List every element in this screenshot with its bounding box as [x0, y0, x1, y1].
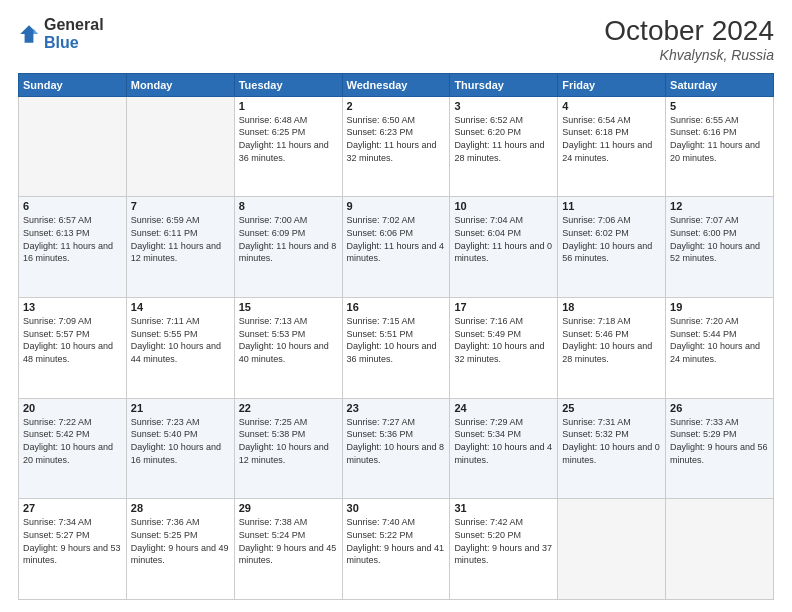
calendar-week-4: 20Sunrise: 7:22 AM Sunset: 5:42 PM Dayli…: [19, 398, 774, 499]
calendar-week-3: 13Sunrise: 7:09 AM Sunset: 5:57 PM Dayli…: [19, 298, 774, 399]
day-number: 13: [23, 301, 122, 313]
day-number: 28: [131, 502, 230, 514]
svg-marker-1: [33, 28, 37, 34]
table-row: 5Sunrise: 6:55 AM Sunset: 6:16 PM Daylig…: [666, 96, 774, 197]
day-number: 27: [23, 502, 122, 514]
table-row: 9Sunrise: 7:02 AM Sunset: 6:06 PM Daylig…: [342, 197, 450, 298]
day-info: Sunrise: 7:34 AM Sunset: 5:27 PM Dayligh…: [23, 516, 122, 566]
day-info: Sunrise: 7:13 AM Sunset: 5:53 PM Dayligh…: [239, 315, 338, 365]
table-row: [19, 96, 127, 197]
calendar-header-row: Sunday Monday Tuesday Wednesday Thursday…: [19, 73, 774, 96]
day-info: Sunrise: 6:50 AM Sunset: 6:23 PM Dayligh…: [347, 114, 446, 164]
calendar-week-1: 1Sunrise: 6:48 AM Sunset: 6:25 PM Daylig…: [19, 96, 774, 197]
day-info: Sunrise: 6:55 AM Sunset: 6:16 PM Dayligh…: [670, 114, 769, 164]
day-number: 15: [239, 301, 338, 313]
day-number: 25: [562, 402, 661, 414]
day-number: 11: [562, 200, 661, 212]
table-row: 23Sunrise: 7:27 AM Sunset: 5:36 PM Dayli…: [342, 398, 450, 499]
table-row: 30Sunrise: 7:40 AM Sunset: 5:22 PM Dayli…: [342, 499, 450, 600]
day-info: Sunrise: 7:06 AM Sunset: 6:02 PM Dayligh…: [562, 214, 661, 264]
table-row: 11Sunrise: 7:06 AM Sunset: 6:02 PM Dayli…: [558, 197, 666, 298]
day-number: 24: [454, 402, 553, 414]
col-tuesday: Tuesday: [234, 73, 342, 96]
title-block: October 2024 Khvalynsk, Russia: [604, 16, 774, 63]
day-number: 14: [131, 301, 230, 313]
day-info: Sunrise: 7:02 AM Sunset: 6:06 PM Dayligh…: [347, 214, 446, 264]
day-info: Sunrise: 7:22 AM Sunset: 5:42 PM Dayligh…: [23, 416, 122, 466]
day-number: 26: [670, 402, 769, 414]
day-info: Sunrise: 7:23 AM Sunset: 5:40 PM Dayligh…: [131, 416, 230, 466]
table-row: 31Sunrise: 7:42 AM Sunset: 5:20 PM Dayli…: [450, 499, 558, 600]
calendar-table: Sunday Monday Tuesday Wednesday Thursday…: [18, 73, 774, 600]
day-info: Sunrise: 7:20 AM Sunset: 5:44 PM Dayligh…: [670, 315, 769, 365]
day-number: 21: [131, 402, 230, 414]
day-number: 5: [670, 100, 769, 112]
table-row: 22Sunrise: 7:25 AM Sunset: 5:38 PM Dayli…: [234, 398, 342, 499]
day-number: 3: [454, 100, 553, 112]
day-number: 30: [347, 502, 446, 514]
table-row: 6Sunrise: 6:57 AM Sunset: 6:13 PM Daylig…: [19, 197, 127, 298]
table-row: [558, 499, 666, 600]
day-number: 18: [562, 301, 661, 313]
day-info: Sunrise: 7:04 AM Sunset: 6:04 PM Dayligh…: [454, 214, 553, 264]
logo-blue: Blue: [44, 34, 104, 52]
day-number: 2: [347, 100, 446, 112]
table-row: 28Sunrise: 7:36 AM Sunset: 5:25 PM Dayli…: [126, 499, 234, 600]
col-wednesday: Wednesday: [342, 73, 450, 96]
table-row: 1Sunrise: 6:48 AM Sunset: 6:25 PM Daylig…: [234, 96, 342, 197]
day-number: 31: [454, 502, 553, 514]
day-info: Sunrise: 7:31 AM Sunset: 5:32 PM Dayligh…: [562, 416, 661, 466]
table-row: 24Sunrise: 7:29 AM Sunset: 5:34 PM Dayli…: [450, 398, 558, 499]
table-row: 10Sunrise: 7:04 AM Sunset: 6:04 PM Dayli…: [450, 197, 558, 298]
day-number: 17: [454, 301, 553, 313]
header: General Blue October 2024 Khvalynsk, Rus…: [18, 16, 774, 63]
day-info: Sunrise: 7:40 AM Sunset: 5:22 PM Dayligh…: [347, 516, 446, 566]
day-number: 16: [347, 301, 446, 313]
table-row: 19Sunrise: 7:20 AM Sunset: 5:44 PM Dayli…: [666, 298, 774, 399]
day-number: 29: [239, 502, 338, 514]
day-number: 23: [347, 402, 446, 414]
day-info: Sunrise: 7:25 AM Sunset: 5:38 PM Dayligh…: [239, 416, 338, 466]
page: General Blue October 2024 Khvalynsk, Rus…: [0, 0, 792, 612]
day-info: Sunrise: 6:48 AM Sunset: 6:25 PM Dayligh…: [239, 114, 338, 164]
day-info: Sunrise: 7:11 AM Sunset: 5:55 PM Dayligh…: [131, 315, 230, 365]
col-sunday: Sunday: [19, 73, 127, 96]
day-number: 12: [670, 200, 769, 212]
day-info: Sunrise: 7:16 AM Sunset: 5:49 PM Dayligh…: [454, 315, 553, 365]
table-row: 4Sunrise: 6:54 AM Sunset: 6:18 PM Daylig…: [558, 96, 666, 197]
day-info: Sunrise: 7:29 AM Sunset: 5:34 PM Dayligh…: [454, 416, 553, 466]
table-row: 2Sunrise: 6:50 AM Sunset: 6:23 PM Daylig…: [342, 96, 450, 197]
calendar-week-2: 6Sunrise: 6:57 AM Sunset: 6:13 PM Daylig…: [19, 197, 774, 298]
day-number: 4: [562, 100, 661, 112]
day-number: 22: [239, 402, 338, 414]
table-row: 12Sunrise: 7:07 AM Sunset: 6:00 PM Dayli…: [666, 197, 774, 298]
day-info: Sunrise: 7:38 AM Sunset: 5:24 PM Dayligh…: [239, 516, 338, 566]
day-info: Sunrise: 7:09 AM Sunset: 5:57 PM Dayligh…: [23, 315, 122, 365]
table-row: 18Sunrise: 7:18 AM Sunset: 5:46 PM Dayli…: [558, 298, 666, 399]
day-info: Sunrise: 7:27 AM Sunset: 5:36 PM Dayligh…: [347, 416, 446, 466]
day-info: Sunrise: 6:59 AM Sunset: 6:11 PM Dayligh…: [131, 214, 230, 264]
day-number: 20: [23, 402, 122, 414]
day-info: Sunrise: 7:36 AM Sunset: 5:25 PM Dayligh…: [131, 516, 230, 566]
day-info: Sunrise: 7:33 AM Sunset: 5:29 PM Dayligh…: [670, 416, 769, 466]
day-number: 7: [131, 200, 230, 212]
day-info: Sunrise: 7:07 AM Sunset: 6:00 PM Dayligh…: [670, 214, 769, 264]
table-row: 15Sunrise: 7:13 AM Sunset: 5:53 PM Dayli…: [234, 298, 342, 399]
table-row: 13Sunrise: 7:09 AM Sunset: 5:57 PM Dayli…: [19, 298, 127, 399]
table-row: 7Sunrise: 6:59 AM Sunset: 6:11 PM Daylig…: [126, 197, 234, 298]
month-year: October 2024: [604, 16, 774, 47]
table-row: 3Sunrise: 6:52 AM Sunset: 6:20 PM Daylig…: [450, 96, 558, 197]
day-info: Sunrise: 6:52 AM Sunset: 6:20 PM Dayligh…: [454, 114, 553, 164]
day-number: 10: [454, 200, 553, 212]
table-row: [126, 96, 234, 197]
day-number: 19: [670, 301, 769, 313]
table-row: 25Sunrise: 7:31 AM Sunset: 5:32 PM Dayli…: [558, 398, 666, 499]
day-info: Sunrise: 6:54 AM Sunset: 6:18 PM Dayligh…: [562, 114, 661, 164]
table-row: 27Sunrise: 7:34 AM Sunset: 5:27 PM Dayli…: [19, 499, 127, 600]
table-row: 20Sunrise: 7:22 AM Sunset: 5:42 PM Dayli…: [19, 398, 127, 499]
col-friday: Friday: [558, 73, 666, 96]
day-number: 9: [347, 200, 446, 212]
day-info: Sunrise: 7:00 AM Sunset: 6:09 PM Dayligh…: [239, 214, 338, 264]
table-row: 29Sunrise: 7:38 AM Sunset: 5:24 PM Dayli…: [234, 499, 342, 600]
logo-general: General: [44, 16, 104, 34]
